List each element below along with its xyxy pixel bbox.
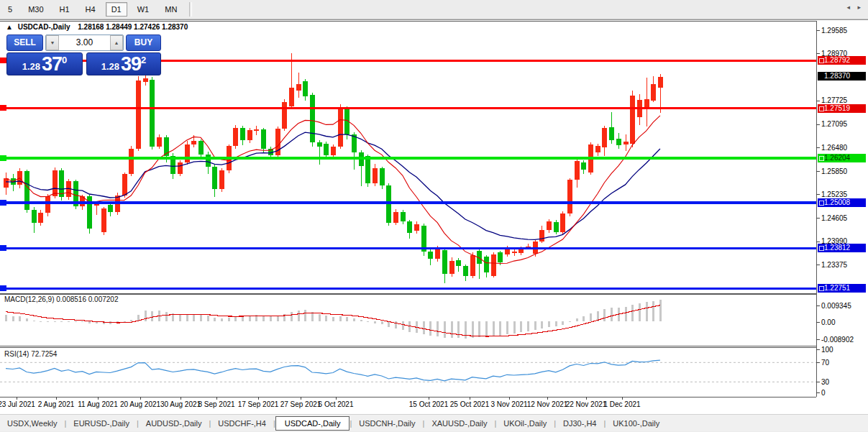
buy-price-big: 39 <box>121 55 141 74</box>
date-label: 17 Sep 2021 <box>238 400 279 409</box>
current-price-tag: 1.28370 <box>818 72 866 81</box>
timeframe-button-h1[interactable]: H1 <box>54 2 76 17</box>
date-label: 11 Aug 2021 <box>78 400 117 409</box>
macd-axis-tick: 0.00 <box>821 318 866 326</box>
line-anchor-icon <box>819 58 824 63</box>
date-label: 2 Aug 2021 <box>38 400 75 409</box>
tab-uk100--daily[interactable]: UK100-,Daily <box>606 416 667 431</box>
volume-increase-button[interactable]: ▲ <box>110 35 123 50</box>
symbol-title: USDCAD-,Daily <box>18 23 70 31</box>
date-label: 1 Dec 2021 <box>603 400 640 409</box>
price-tick-mark <box>816 101 820 101</box>
date-label: 20 Aug 2021 <box>120 400 160 409</box>
timeframe-button-d1[interactable]: D1 <box>106 2 127 17</box>
ohlc-values: 1.28168 1.28449 1.27426 1.28370 <box>78 23 188 31</box>
tab-usdchf--h4[interactable]: USDCHF-,H4 <box>211 416 273 431</box>
buy-price-sup: 2 <box>141 55 146 65</box>
price-line-tag: 1.22751 <box>818 284 866 293</box>
tab-scroll-nav: ◂ ▸ <box>846 4 864 11</box>
date-tick-mark <box>301 397 301 400</box>
tab-xauusd--daily[interactable]: XAUUSD-,Daily <box>424 416 494 431</box>
macd-axis-tick: -0.008902 <box>821 336 866 344</box>
date-label: 6 Oct 2021 <box>319 400 354 409</box>
toolbar-separator <box>189 2 192 17</box>
rsi-tick-mark <box>816 392 820 393</box>
date-tick-mark <box>216 397 217 400</box>
timeframe-button-w1[interactable]: W1 <box>132 2 155 17</box>
rsi-tick-mark <box>816 382 820 382</box>
date-label: 8 Sep 2021 <box>198 400 234 409</box>
quote-header: ▲ USDCAD-,Daily 1.28168 1.28449 1.27426 … <box>6 23 188 31</box>
date-label: 23 Jul 2021 <box>0 400 35 409</box>
date-tick-mark <box>181 397 181 400</box>
price-line-tag: 1.25008 <box>818 198 866 207</box>
timeframe-button-m30[interactable]: M30 <box>22 2 49 17</box>
chevron-up-icon: ▲ <box>114 40 119 45</box>
collapse-panel-icon[interactable]: ▲ <box>6 23 13 31</box>
date-label: 3 Nov 2021 <box>490 400 527 409</box>
tab-usdx-weekly[interactable]: USDX,Weekly <box>0 416 64 431</box>
date-label: 25 Oct 2021 <box>450 400 489 409</box>
rsi-label: RSI(14) 72.7254 <box>4 350 57 358</box>
buy-price-button[interactable]: 1.28 39 2 <box>86 52 161 75</box>
date-tick-mark <box>547 397 548 400</box>
price-line-tag: 1.28792 <box>818 56 866 65</box>
date-tick-mark <box>622 397 623 400</box>
price-tick: 1.29585 <box>821 27 866 35</box>
one-click-trading-panel: SELL ▼ 3.00 ▲ BUY 1.28 37 0 1.28 39 2 <box>6 35 161 75</box>
timeframe-button-h4[interactable]: H4 <box>80 2 101 17</box>
line-anchor-icon <box>819 246 824 251</box>
price-axis-line <box>816 21 817 397</box>
date-label: 30 Aug 2021 <box>160 400 201 409</box>
line-anchor-icon <box>819 106 824 111</box>
chevron-down-icon: ▼ <box>50 40 55 45</box>
date-tick-mark <box>56 397 57 400</box>
price-tick-mark <box>816 171 820 172</box>
tab-audusd--daily[interactable]: AUDUSD-,Daily <box>139 416 209 431</box>
sell-button[interactable]: SELL <box>6 35 43 51</box>
tabs-scroll-right-icon[interactable]: ▸ <box>857 4 864 11</box>
date-tick-mark <box>429 397 429 400</box>
tab-usdcnh--daily[interactable]: USDCNH-,Daily <box>352 416 422 431</box>
sell-price-small: 1.28 <box>22 61 40 72</box>
rsi-axis-tick: 70 <box>821 359 866 367</box>
date-tick-mark <box>17 397 17 400</box>
macd-axis-tick: 0.009345 <box>821 302 866 310</box>
price-tick-mark <box>816 53 820 54</box>
panel-border <box>0 21 816 22</box>
price-line-tag: 1.23812 <box>818 244 866 252</box>
buy-button[interactable]: BUY <box>126 35 161 51</box>
volume-input[interactable]: 3.00 <box>59 35 110 50</box>
panel-border <box>0 347 816 348</box>
tab-ukoil--daily[interactable]: UKOil-,Daily <box>496 416 554 431</box>
price-tick: 1.27095 <box>821 120 866 128</box>
price-tick-mark <box>816 265 820 265</box>
line-anchor-icon <box>819 156 824 161</box>
price-tick: 1.23375 <box>821 261 866 269</box>
tabs-scroll-left-icon[interactable]: ◂ <box>846 4 853 11</box>
tab-eurusd--daily[interactable]: EURUSD-,Daily <box>66 416 137 431</box>
rsi-axis-tick: 0 <box>821 389 866 397</box>
date-tick-mark <box>336 397 337 400</box>
sell-price-button[interactable]: 1.28 37 0 <box>6 52 83 75</box>
panel-border <box>0 346 816 346</box>
tab-dj30--h4[interactable]: DJ30-,H4 <box>556 416 603 431</box>
price-tick-mark <box>816 242 820 242</box>
date-label: 15 Oct 2021 <box>409 400 448 409</box>
volume-decrease-button[interactable]: ▼ <box>46 35 59 50</box>
price-line-tag: 1.26204 <box>818 154 866 162</box>
volume-stepper: ▼ 3.00 ▲ <box>45 35 124 51</box>
timeframe-button-5[interactable]: 5 <box>2 2 18 17</box>
date-label: 12 Nov 2021 <box>527 400 568 409</box>
timeframe-toolbar: 5M30H1H4D1W1MN <box>0 0 868 19</box>
panel-border <box>0 294 816 295</box>
date-label: 27 Sep 2021 <box>280 400 321 409</box>
price-tick-mark <box>816 147 820 148</box>
timeframe-button-mn[interactable]: MN <box>159 2 183 17</box>
line-anchor-icon <box>819 201 824 206</box>
chart-area[interactable] <box>0 19 868 415</box>
symbol-tab-bar: USDX,Weekly|EURUSD-,Daily|AUDUSD-,Daily|… <box>0 414 868 431</box>
rsi-tick-mark <box>816 349 820 350</box>
price-line-tag: 1.27519 <box>818 104 866 113</box>
tab-usdcad--daily[interactable]: USDCAD-,Daily <box>275 416 350 431</box>
